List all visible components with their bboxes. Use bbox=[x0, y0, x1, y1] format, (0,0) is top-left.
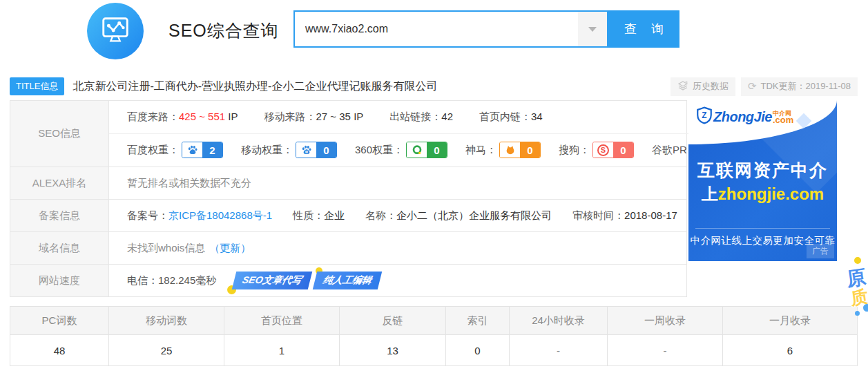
row-domain: 域名信息 未找到whois信息 （更新） bbox=[10, 232, 686, 265]
floating-promo-widget[interactable]: 原 质 bbox=[847, 257, 868, 333]
whois-status: 未找到whois信息 bbox=[127, 242, 205, 255]
yellow-dot-decor bbox=[854, 257, 861, 264]
row-label-domain: 域名信息 bbox=[10, 232, 109, 264]
chevron-down-icon bbox=[588, 27, 597, 32]
baidu-weight: 百度权重： 2 bbox=[127, 142, 223, 158]
alexa-value: 暂无排名或相关数据不充分 bbox=[109, 167, 686, 199]
outbound-links: 出站链接：42 bbox=[389, 111, 453, 124]
beian-company-name: 名称：企小二（北京）企业服务有限公司 bbox=[365, 209, 552, 222]
col-mobile-words: 移动词数 bbox=[109, 307, 224, 334]
val-mobile-words[interactable]: 25 bbox=[109, 335, 224, 365]
val-pc-words[interactable]: 48 bbox=[10, 335, 109, 365]
beian-number: 备案号：京ICP备18042868号-1 bbox=[127, 209, 272, 222]
col-week-included: 一周收录 bbox=[608, 307, 723, 334]
row-label-seo: SEO信息 bbox=[10, 101, 109, 167]
title-bar-actions: 历史数据 ⟳ TDK更新：2019-11-08 bbox=[671, 77, 858, 96]
traffic-line: 百度来路：425 ~ 551 IP 移动来路：27 ~ 35 IP 出站链接：4… bbox=[109, 101, 760, 134]
seo-info-table: SEO信息 百度来路：425 ~ 551 IP 移动来路：27 ~ 35 IP … bbox=[10, 100, 687, 297]
svg-text:Z: Z bbox=[702, 111, 706, 120]
row-label-beian: 备案信息 bbox=[10, 200, 109, 231]
page: SEO综合查询 查 询 TITLE信息 北京新公司注册-工商代办-营业执照办理-… bbox=[0, 0, 868, 371]
tdk-update-label: TDK更新：2019-11-08 bbox=[760, 80, 851, 93]
col-index: 索引 bbox=[446, 307, 510, 334]
ad-tag: 广告 bbox=[807, 244, 834, 258]
ad-headline: 互联网资产中介 bbox=[688, 159, 837, 182]
mobile-weight: 移动权重： M 0 bbox=[241, 142, 337, 158]
refresh-icon: ⟳ bbox=[748, 80, 757, 93]
val-homepage-position[interactable]: 1 bbox=[224, 335, 340, 365]
search-bar: 查 询 bbox=[293, 10, 679, 48]
domain-content: 未找到whois信息 （更新） bbox=[109, 232, 686, 264]
promo-seo-writing-link[interactable]: SEO文章代写 bbox=[232, 272, 312, 289]
ad-domain-line: 上zhongjie.com bbox=[688, 183, 837, 205]
shenma-weight: 神马： 0 bbox=[465, 142, 541, 158]
search-box bbox=[293, 10, 608, 48]
mobile-traffic: 移动来路：27 ~ 35 IP bbox=[264, 111, 364, 124]
beian-audit-time: 审核时间：2018-08-17 bbox=[572, 209, 677, 222]
promo-banner: SEO文章代写 纯人工编辑 bbox=[234, 272, 380, 289]
shenma-weight-badge[interactable]: 0 bbox=[499, 142, 541, 158]
whois-update-link[interactable]: （更新） bbox=[209, 242, 251, 255]
val-24h-included[interactable]: - bbox=[510, 335, 608, 365]
layers-icon bbox=[677, 80, 688, 93]
sogou-weight: 搜狗： S 0 bbox=[559, 142, 634, 158]
seo-info-content: 百度来路：425 ~ 551 IP 移动来路：27 ~ 35 IP 出站链接：4… bbox=[109, 101, 760, 167]
zhongjie-logo: Z ZhongJie 中介网 .com bbox=[695, 106, 793, 127]
row-beian: 备案信息 备案号：京ICP备18042868号-1 性质：企业 名称：企小二（北… bbox=[10, 200, 686, 232]
promo-manual-edit-link[interactable]: 纯人工编辑 bbox=[313, 272, 382, 289]
weights-line: 百度权重： 2 bbox=[109, 134, 760, 167]
homepage-internal-links: 首页内链：34 bbox=[479, 111, 543, 124]
360-weight: 360权重： 0 bbox=[355, 142, 447, 158]
blue-dot-decor bbox=[855, 311, 860, 316]
header: SEO综合查询 查 询 bbox=[0, 0, 868, 66]
row-label-alexa: ALEXA排名 bbox=[10, 167, 109, 199]
val-month-included[interactable]: 6 bbox=[723, 335, 857, 365]
shenma-cat-icon bbox=[500, 142, 520, 158]
beian-content: 备案号：京ICP备18042868号-1 性质：企业 名称：企小二（北京）企业服… bbox=[109, 200, 698, 231]
ad-logo-suffix: 中介网 .com bbox=[773, 110, 793, 124]
history-data-button[interactable]: 历史数据 bbox=[671, 77, 735, 96]
history-data-label: 历史数据 bbox=[693, 80, 729, 93]
baidu-traffic: 百度来路：425 ~ 551 IP bbox=[127, 111, 238, 124]
360-ring-icon bbox=[407, 142, 427, 158]
stats-value-row: 48 25 1 13 0 - - 6 bbox=[10, 335, 857, 365]
query-button[interactable]: 查 询 bbox=[608, 10, 679, 48]
col-homepage-position: 首页位置 bbox=[224, 307, 340, 334]
search-history-dropdown[interactable] bbox=[578, 12, 607, 46]
mobile-weight-badge[interactable]: M 0 bbox=[296, 142, 337, 158]
shield-icon: Z bbox=[695, 106, 713, 127]
col-pc-words: PC词数 bbox=[10, 307, 109, 334]
speed-content: 电信：182.245毫秒 SEO文章代写 纯人工编辑 bbox=[109, 265, 686, 296]
site-title-text: 北京新公司注册-工商代办-营业执照办理-企小二企业代理记账服务有限公司 bbox=[73, 79, 437, 94]
title-bar: TITLE信息 北京新公司注册-工商代办-营业执照办理-企小二企业代理记账服务有… bbox=[10, 77, 858, 96]
row-seo-info: SEO信息 百度来路：425 ~ 551 IP 移动来路：27 ~ 35 IP … bbox=[10, 101, 686, 167]
beian-nature: 性质：企业 bbox=[293, 209, 345, 222]
val-week-included[interactable]: - bbox=[608, 335, 723, 365]
speed-value: 电信：182.245毫秒 bbox=[127, 274, 216, 287]
keyword-stats-table: PC词数 移动词数 首页位置 反链 索引 24小时收录 一周收录 一月收录 48… bbox=[10, 306, 858, 366]
blue-dot-decor bbox=[863, 304, 868, 312]
zhongjie-ad-banner[interactable]: Z ZhongJie 中介网 .com 互联网资产中介 上zhongjie.co… bbox=[688, 100, 837, 261]
sogou-weight-badge[interactable]: S 0 bbox=[592, 142, 634, 158]
beian-number-link[interactable]: 京ICP备18042868号-1 bbox=[168, 209, 272, 221]
baidu-paw-icon bbox=[182, 142, 202, 158]
stats-header-row: PC词数 移动词数 首页位置 反链 索引 24小时收录 一周收录 一月收录 bbox=[10, 307, 857, 335]
baidu-weight-badge[interactable]: 2 bbox=[182, 142, 223, 158]
tdk-update-button[interactable]: ⟳ TDK更新：2019-11-08 bbox=[741, 77, 858, 96]
col-24h-included: 24小时收录 bbox=[510, 307, 608, 334]
ad-divider bbox=[695, 228, 830, 229]
row-alexa: ALEXA排名 暂无排名或相关数据不充分 bbox=[10, 167, 686, 200]
col-month-included: 一月收录 bbox=[723, 307, 857, 334]
360-weight-badge[interactable]: 0 bbox=[406, 142, 447, 158]
page-title: SEO综合查询 bbox=[168, 19, 279, 42]
row-label-speed: 网站速度 bbox=[10, 265, 109, 296]
title-info-badge: TITLE信息 bbox=[10, 77, 64, 95]
search-input[interactable] bbox=[295, 12, 578, 46]
val-backlinks[interactable]: 13 bbox=[340, 335, 446, 365]
monitor-chart-icon bbox=[99, 14, 131, 48]
baidu-mobile-paw-icon: M bbox=[296, 142, 316, 158]
row-speed: 网站速度 电信：182.245毫秒 SEO文章代写 纯人工编辑 bbox=[10, 265, 686, 296]
sogou-s-icon: S bbox=[593, 142, 613, 158]
ad-logo-wordmark: ZhongJie bbox=[713, 109, 772, 125]
val-index[interactable]: 0 bbox=[446, 335, 510, 365]
